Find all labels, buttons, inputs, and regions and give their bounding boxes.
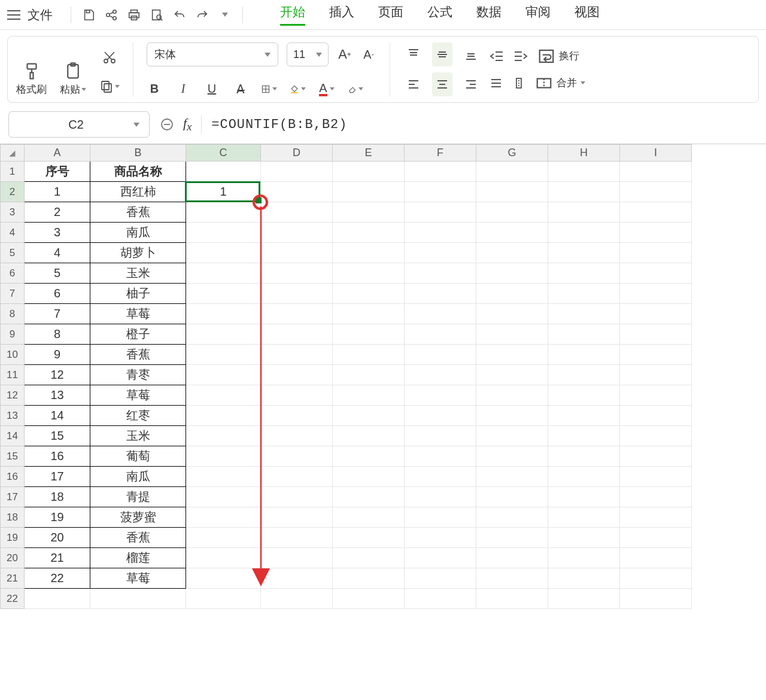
cell-C20[interactable] — [186, 548, 261, 568]
cell-C3[interactable] — [186, 202, 261, 223]
bold-button[interactable]: B — [147, 82, 162, 96]
cell-D14[interactable] — [261, 426, 333, 446]
row-header-19[interactable]: 19 — [1, 528, 25, 548]
cell-I2[interactable] — [620, 182, 692, 202]
cell-H9[interactable] — [548, 324, 620, 345]
column-header-E[interactable]: E — [333, 145, 405, 162]
column-header-A[interactable]: A — [25, 145, 90, 162]
align-left-icon[interactable] — [403, 72, 424, 96]
spreadsheet[interactable]: ◢ABCDEFGHI1序号商品名称21西红柿132香蕉43南瓜54胡萝卜65玉米… — [0, 144, 766, 609]
cell-C7[interactable] — [186, 284, 261, 304]
cell-H7[interactable] — [548, 284, 620, 304]
cell-F17[interactable] — [405, 487, 476, 507]
font-name-select[interactable]: 宋体 — [147, 42, 278, 66]
cell-D10[interactable] — [261, 345, 333, 365]
cell-F18[interactable] — [405, 507, 476, 528]
cell-F19[interactable] — [405, 528, 476, 548]
cell-D13[interactable] — [261, 406, 333, 426]
row-header-2[interactable]: 2 — [1, 182, 25, 202]
cell-A12[interactable]: 13 — [25, 385, 90, 406]
cell-B18[interactable]: 菠萝蜜 — [90, 507, 186, 528]
row-header-6[interactable]: 6 — [1, 263, 25, 284]
cell-I10[interactable] — [620, 345, 692, 365]
cell-C11[interactable] — [186, 365, 261, 385]
cell-F21[interactable] — [405, 568, 476, 589]
fill-color-button[interactable] — [290, 83, 306, 95]
cell-E12[interactable] — [333, 385, 405, 406]
cell-C6[interactable] — [186, 263, 261, 284]
cell-D22[interactable] — [261, 589, 333, 609]
cell-I11[interactable] — [620, 365, 692, 385]
increase-font-icon[interactable]: A+ — [337, 47, 352, 62]
row-header-10[interactable]: 10 — [1, 345, 25, 365]
cell-F14[interactable] — [405, 426, 476, 446]
row-header-22[interactable]: 22 — [1, 589, 25, 609]
copy-icon[interactable] — [99, 76, 120, 96]
cut-icon[interactable] — [99, 47, 120, 68]
vertical-text-icon[interactable] — [512, 77, 525, 90]
cell-D7[interactable] — [261, 284, 333, 304]
cell-F15[interactable] — [405, 446, 476, 467]
cell-A8[interactable]: 7 — [25, 304, 90, 324]
cell-G2[interactable] — [476, 182, 548, 202]
cell-A4[interactable]: 3 — [25, 223, 90, 243]
cell-A6[interactable]: 5 — [25, 263, 90, 284]
cell-H8[interactable] — [548, 304, 620, 324]
formula-bar[interactable]: fx =COUNTIF(B:B,B2) — [160, 111, 758, 138]
row-header-17[interactable]: 17 — [1, 487, 25, 507]
cell-D3[interactable] — [261, 202, 333, 223]
cell-F20[interactable] — [405, 548, 476, 568]
row-header-21[interactable]: 21 — [1, 568, 25, 589]
cell-H12[interactable] — [548, 385, 620, 406]
cell-C2[interactable]: 1 — [186, 182, 261, 202]
fx-icon[interactable]: fx — [183, 115, 192, 133]
cell-B8[interactable]: 草莓 — [90, 304, 186, 324]
cell-B19[interactable]: 香蕉 — [90, 528, 186, 548]
cell-A20[interactable]: 21 — [25, 548, 90, 568]
cell-F9[interactable] — [405, 324, 476, 345]
cell-B11[interactable]: 青枣 — [90, 365, 186, 385]
cell-D6[interactable] — [261, 263, 333, 284]
row-header-18[interactable]: 18 — [1, 507, 25, 528]
cell-B15[interactable]: 葡萄 — [90, 446, 186, 467]
column-header-C[interactable]: C — [186, 145, 261, 162]
cell-H21[interactable] — [548, 568, 620, 589]
cell-B21[interactable]: 草莓 — [90, 568, 186, 589]
cell-B1[interactable]: 商品名称 — [90, 162, 186, 182]
cell-B5[interactable]: 胡萝卜 — [90, 243, 186, 263]
wrap-text-button[interactable]: 换行 — [537, 47, 579, 65]
cell-B9[interactable]: 橙子 — [90, 324, 186, 345]
cell-C1[interactable] — [186, 162, 261, 182]
cell-G3[interactable] — [476, 202, 548, 223]
cell-A10[interactable]: 9 — [25, 345, 90, 365]
decrease-font-icon[interactable]: A- — [361, 48, 376, 62]
cell-G15[interactable] — [476, 446, 548, 467]
row-header-4[interactable]: 4 — [1, 223, 25, 243]
justify-icon[interactable] — [490, 77, 503, 90]
align-bottom-icon[interactable] — [461, 42, 481, 66]
align-middle-icon[interactable] — [432, 42, 452, 66]
cell-A14[interactable]: 15 — [25, 426, 90, 446]
column-header-H[interactable]: H — [548, 145, 620, 162]
cell-F1[interactable] — [405, 162, 476, 182]
print-icon[interactable] — [124, 5, 144, 25]
cell-E20[interactable] — [333, 548, 405, 568]
borders-button[interactable] — [262, 83, 277, 95]
cell-A9[interactable]: 8 — [25, 324, 90, 345]
formula-input[interactable]: =COUNTIF(B:B,B2) — [211, 117, 347, 132]
cell-I7[interactable] — [620, 284, 692, 304]
align-center-icon[interactable] — [432, 72, 452, 96]
row-header-7[interactable]: 7 — [1, 284, 25, 304]
cell-I19[interactable] — [620, 528, 692, 548]
cell-A19[interactable]: 20 — [25, 528, 90, 548]
cell-C17[interactable] — [186, 487, 261, 507]
cell-D15[interactable] — [261, 446, 333, 467]
cell-E21[interactable] — [333, 568, 405, 589]
cell-D20[interactable] — [261, 548, 333, 568]
cell-I15[interactable] — [620, 446, 692, 467]
cell-B13[interactable]: 红枣 — [90, 406, 186, 426]
cell-I17[interactable] — [620, 487, 692, 507]
cell-B4[interactable]: 南瓜 — [90, 223, 186, 243]
cell-E13[interactable] — [333, 406, 405, 426]
cell-D12[interactable] — [261, 385, 333, 406]
